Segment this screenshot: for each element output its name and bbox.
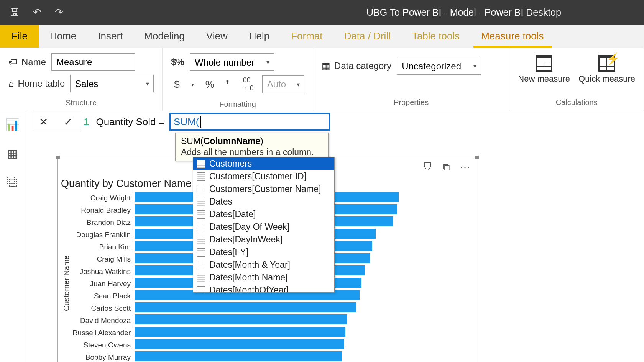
tab-format[interactable]: Format: [280, 25, 333, 48]
category-label: Sean Black: [72, 290, 131, 302]
table-icon: [197, 223, 205, 231]
category-label: Carlos Scott: [72, 302, 131, 314]
tab-table-tools[interactable]: Table tools: [401, 25, 470, 48]
table-icon: [197, 248, 205, 257]
intellisense-item[interactable]: Dates[FY]: [193, 246, 334, 259]
data-view-icon[interactable]: ▦: [7, 147, 18, 160]
category-label: Craig Wright: [72, 192, 131, 204]
ribbon-group-calculations: New measure ⚡ Quick measure Calculations: [509, 48, 644, 111]
table-icon: [197, 261, 205, 269]
lightning-icon: ⚡: [606, 52, 620, 65]
table-icon: [197, 236, 205, 244]
category-label: Brandon Diaz: [72, 216, 131, 229]
ribbon-group-formatting: $% Whole number $ ▾ % ❜ .00→.0 Formattin…: [163, 48, 313, 111]
category-label: Bobby Murray: [72, 351, 131, 362]
resize-handle[interactable]: [56, 156, 60, 159]
table-icon: [197, 172, 205, 181]
intellisense-item[interactable]: Dates[Month Name]: [193, 271, 334, 284]
table-icon: [197, 274, 205, 282]
category-label: Ronald Bradley: [72, 204, 131, 216]
decimal-places-input[interactable]: [262, 75, 304, 93]
view-switcher: 📊 ▦ ⿻: [0, 111, 25, 362]
intellisense-item[interactable]: Customers: [193, 157, 334, 170]
save-icon[interactable]: 🖫: [10, 7, 20, 18]
tab-help[interactable]: Help: [238, 25, 280, 48]
resize-handle[interactable]: [475, 156, 479, 159]
bar[interactable]: [135, 302, 356, 312]
tab-home[interactable]: Home: [39, 25, 87, 48]
commit-formula-button[interactable]: ✓: [64, 116, 72, 128]
more-options-icon[interactable]: ⋯: [460, 161, 470, 173]
group-title-structure: Structure: [8, 96, 154, 110]
model-view-icon[interactable]: ⿻: [7, 175, 18, 188]
tab-view[interactable]: View: [196, 25, 238, 48]
currency-chevron-icon[interactable]: ▾: [188, 80, 197, 89]
intellisense-item[interactable]: Dates: [193, 195, 334, 208]
ribbon-group-structure: 🏷 Name ⌂ Home table Sales Structure: [0, 48, 163, 111]
intellisense-item[interactable]: Dates[MonthOfYear]: [193, 284, 334, 292]
category-label: Steven Owens: [72, 339, 131, 351]
intellisense-item[interactable]: Customers[Customer Name]: [193, 183, 334, 195]
intellisense-item[interactable]: Dates[Day Of Week]: [193, 221, 334, 233]
table-icon: [197, 198, 205, 206]
percent-button[interactable]: %: [202, 77, 217, 92]
measure-name-input[interactable]: [51, 53, 135, 71]
file-tab[interactable]: File: [0, 25, 39, 48]
calculator-icon: [536, 55, 552, 72]
content-area: 📊 ▦ ⿻ ✕ ✓ 1 Quantity Sold = SUM( SUM(Col…: [0, 111, 644, 362]
data-type-select[interactable]: Whole number: [190, 53, 274, 71]
data-category-select[interactable]: Uncategorized: [397, 57, 481, 75]
text-cursor: [200, 116, 201, 128]
ribbon-group-properties: ▦ Data category Uncategorized Properties: [313, 48, 509, 111]
table-icon: [197, 286, 205, 293]
category-label: Douglas Franklin: [72, 229, 131, 241]
tab-modeling[interactable]: Modeling: [133, 25, 196, 48]
category-label: David Mendoza: [72, 314, 131, 327]
filter-icon[interactable]: ⛉: [423, 161, 433, 173]
focus-mode-icon[interactable]: ⧉: [443, 161, 450, 173]
redo-icon[interactable]: ↷: [55, 7, 63, 18]
decimal-button[interactable]: .00→.0: [238, 75, 257, 94]
category-label: Brian Kim: [72, 241, 131, 253]
bar[interactable]: [135, 327, 345, 337]
category-label: Joshua Watkins: [72, 265, 131, 278]
formula-bar: ✕ ✓ 1 Quantity Sold = SUM( SUM(ColumnNam…: [31, 113, 330, 131]
bar[interactable]: [135, 314, 347, 324]
table-icon: [197, 160, 205, 168]
thousands-button[interactable]: ❜: [223, 76, 233, 93]
home-table-label: ⌂ Home table: [8, 78, 65, 89]
currency-button[interactable]: $: [171, 77, 182, 92]
ribbon-body: 🏷 Name ⌂ Home table Sales Structure: [0, 48, 644, 111]
formula-input[interactable]: SUM( SUM(ColumnName) Adds all the number…: [169, 113, 330, 131]
category-label: Russell Alexander: [72, 327, 131, 339]
intellisense-item[interactable]: Customers[Customer ID]: [193, 170, 334, 183]
y-axis-title: Customer Name: [61, 192, 72, 362]
intellisense-dropdown[interactable]: CustomersCustomers[Customer ID]Customers…: [193, 157, 335, 293]
name-label: 🏷 Name: [8, 57, 46, 67]
category-icon: ▦: [322, 61, 330, 71]
tag-icon: 🏷: [8, 57, 18, 67]
formula-prefix[interactable]: Quantity Sold =: [96, 116, 164, 128]
cancel-formula-button[interactable]: ✕: [39, 116, 48, 128]
format-icon: $%: [171, 57, 184, 67]
category-label: Craig Mills: [72, 253, 131, 265]
home-table-select[interactable]: Sales: [70, 75, 154, 92]
intellisense-item[interactable]: Dates[Date]: [193, 208, 334, 221]
report-view-icon[interactable]: 📊: [5, 118, 20, 131]
new-measure-button[interactable]: New measure: [518, 55, 570, 84]
tab-measure-tools[interactable]: Measure tools: [470, 25, 554, 48]
tab-data-drill[interactable]: Data / Drill: [334, 25, 401, 48]
intellisense-item[interactable]: Dates[Month & Year]: [193, 259, 334, 271]
bar[interactable]: [135, 339, 344, 349]
title-bar: 🖫 ↶ ↷ UBG To Power BI - Model - Power BI…: [0, 0, 644, 25]
group-title-calculations: Calculations: [518, 96, 635, 109]
quick-measure-button[interactable]: ⚡ Quick measure: [578, 55, 635, 84]
bar[interactable]: [135, 351, 342, 361]
function-tooltip: SUM(ColumnName) Adds all the numbers in …: [175, 133, 329, 161]
undo-icon[interactable]: ↶: [33, 7, 41, 18]
formula-function: SUM(: [174, 116, 199, 128]
intellisense-item[interactable]: Dates[DayInWeek]: [193, 233, 334, 246]
tab-insert[interactable]: Insert: [87, 25, 133, 48]
ribbon-tabs: File Home Insert Modeling View Help Form…: [0, 25, 644, 48]
window-title: UBG To Power BI - Model - Power BI Deskt…: [293, 7, 634, 18]
